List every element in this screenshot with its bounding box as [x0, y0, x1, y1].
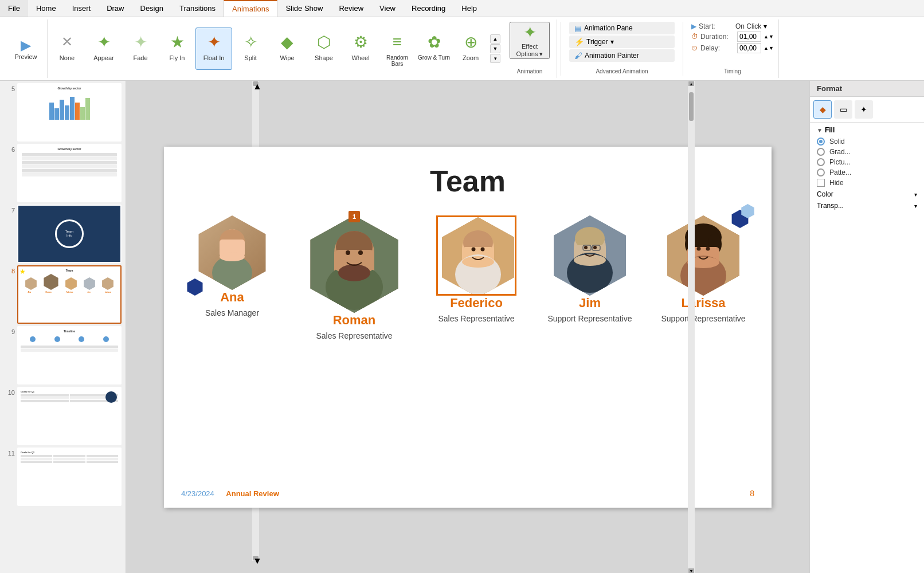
delay-spinner-icon[interactable]: ▲▼ — [764, 45, 774, 51]
anim-random-bars[interactable]: ≡ Random Bars — [379, 28, 416, 70]
anim-split[interactable]: ✧ Split — [232, 28, 269, 70]
slide-thumb-9[interactable]: 9 Timeline — [2, 326, 123, 384]
slides-panel[interactable]: 5 Growth by sector — [0, 81, 126, 573]
tab-home[interactable]: Home — [28, 0, 64, 17]
animation-painter-button[interactable]: 🖌 Animation Painter — [569, 49, 675, 62]
color-row[interactable]: Color ▾ — [817, 190, 917, 198]
anim-zoom[interactable]: ⊕ Zoom — [452, 28, 489, 70]
transparency-row[interactable]: Transp... ▾ — [817, 202, 917, 210]
scroll-more-btn[interactable]: ▾ — [490, 54, 500, 63]
format-panel-header: Format — [810, 81, 924, 97]
fill-pattern-row: Patte... — [817, 168, 917, 176]
animation-pane-label: Animation Pane — [584, 24, 633, 32]
fill-gradient-radio[interactable] — [817, 148, 825, 156]
ribbon: File Home Insert Draw Design Transitions… — [0, 0, 924, 81]
trigger-button[interactable]: ⚡ Trigger ▾ — [569, 36, 675, 48]
tab-help[interactable]: Help — [453, 0, 485, 17]
start-dropdown-icon[interactable]: ▾ — [764, 22, 767, 30]
slide-thumb-11[interactable]: 11 Goals for Q2 — [2, 448, 123, 506]
slide-num-8: 8 — [2, 265, 15, 274]
delay-input[interactable] — [737, 43, 761, 53]
preview-label: Preview — [14, 53, 37, 60]
slide-thumb-8[interactable]: 8 Team Ana Roman Federico Ji — [2, 265, 123, 324]
slide-thumb-6[interactable]: 6 Growth by sector — [2, 144, 123, 202]
footer-date: 4/23/2024 — [181, 489, 214, 498]
animation-group: ✕ None ✦ Appear ✦ Fade ★ Fly In ✦ Floa — [49, 19, 502, 78]
effect-options-button[interactable]: ✦ EffectOptions ▾ — [510, 22, 550, 59]
fill-pattern-radio[interactable] — [817, 168, 825, 176]
scroll-down-arrow[interactable]: ▼ — [253, 556, 259, 560]
federico-name: Federico — [450, 296, 503, 311]
animation-list: ✕ None ✦ Appear ✦ Fade ★ Fly In ✦ Floa — [49, 28, 489, 70]
anim-none[interactable]: ✕ None — [49, 28, 85, 70]
member-federico: Federico Sales Representative — [428, 215, 525, 323]
slide-img-9[interactable]: Timeline — [17, 326, 122, 384]
slide-img-7[interactable]: TeamInfo — [17, 205, 122, 263]
tab-insert[interactable]: Insert — [64, 0, 99, 17]
slide-thumb-5[interactable]: 5 Growth by sector — [2, 83, 123, 142]
vscroll-thumb[interactable] — [689, 92, 694, 121]
animation-badge: 1 — [349, 211, 360, 222]
fill-solid-radio[interactable] — [817, 138, 825, 146]
anim-shape[interactable]: ⬡ Shape — [306, 28, 342, 70]
scroll-down-btn[interactable]: ▼ — [490, 44, 500, 53]
fill-hide-checkbox[interactable] — [817, 179, 825, 187]
vscroll-up[interactable]: ▲ — [688, 81, 694, 86]
anim-fade[interactable]: ✦ Fade — [122, 28, 159, 70]
tab-design[interactable]: Design — [132, 0, 171, 17]
tab-transitions[interactable]: Transitions — [171, 0, 224, 17]
tab-view[interactable]: View — [371, 0, 404, 17]
duration-input[interactable] — [737, 32, 761, 42]
tab-animations[interactable]: Animations — [224, 0, 277, 17]
scroll-up-arrow[interactable]: ▲ — [253, 81, 259, 86]
format-line-icon-btn[interactable]: ▭ — [834, 100, 852, 119]
member-larissa: Larissa Support Representative — [655, 215, 752, 323]
scroll-up-btn[interactable]: ▲ — [490, 34, 500, 44]
tab-recording[interactable]: Recording — [404, 0, 453, 17]
color-dropdown-icon[interactable]: ▾ — [914, 191, 917, 198]
slide-thumb-7[interactable]: 7 TeamInfo — [2, 205, 123, 263]
random-bars-icon: ≡ — [386, 30, 409, 53]
anim-fly-in[interactable]: ★ Fly In — [159, 28, 195, 70]
anim-wipe[interactable]: ◆ Wipe — [269, 28, 306, 70]
slide-img-8[interactable]: Team Ana Roman Federico Jim Larissa — [17, 265, 122, 324]
tab-file[interactable]: File — [0, 0, 28, 17]
fill-solid-label: Solid — [829, 138, 845, 146]
slide-img-6[interactable]: Growth by sector — [17, 144, 122, 202]
vscroll-down[interactable]: ▼ — [688, 568, 694, 573]
advanced-animation-label: Advanced Animation — [569, 68, 675, 76]
jim-hexagon — [550, 215, 630, 296]
slide-thumb-10[interactable]: 10 Goals for Q1 — [2, 387, 123, 445]
anim-grow-turn[interactable]: ✿ Grow & Turn — [416, 28, 452, 70]
duration-spinner-icon[interactable]: ▲▼ — [764, 34, 774, 40]
slide-img-5[interactable]: Growth by sector — [17, 83, 122, 142]
footer-event: Annual Review — [226, 489, 279, 498]
tab-slideshow[interactable]: Slide Show — [277, 0, 331, 17]
slide-num-7: 7 — [2, 205, 15, 214]
anim-appear[interactable]: ✦ Appear — [85, 28, 122, 70]
slide-img-11[interactable]: Goals for Q2 — [17, 448, 122, 506]
delay-icon: ⏲ — [691, 44, 698, 52]
format-effects-icon-btn[interactable]: ✦ — [855, 100, 873, 119]
anim-wheel[interactable]: ⚙ Wheel — [342, 28, 379, 70]
canvas-right-scrollbar[interactable]: ▲ ▼ — [688, 81, 695, 573]
delay-label: Delay: — [700, 44, 735, 52]
tab-review[interactable]: Review — [331, 0, 371, 17]
format-fill-icon-btn[interactable]: ◆ — [813, 100, 832, 119]
tab-draw[interactable]: Draw — [99, 0, 132, 17]
duration-row: ⏱ Duration: ▲▼ — [691, 32, 774, 42]
fill-section-header[interactable]: ▼ Fill — [817, 126, 917, 134]
float-in-label: Float In — [203, 54, 225, 61]
animation-pane-button[interactable]: ▤ Animation Pane — [569, 22, 675, 34]
slide-img-10[interactable]: Goals for Q1 — [17, 387, 122, 445]
slide-num-10: 10 — [2, 387, 15, 396]
slide-num-5: 5 — [2, 83, 15, 92]
transparency-dropdown-icon[interactable]: ▾ — [914, 203, 917, 209]
fill-picture-radio[interactable] — [817, 158, 825, 166]
fill-hide-label: Hide — [829, 179, 844, 187]
appear-label: Appear — [93, 54, 113, 61]
zoom-icon: ⊕ — [459, 30, 482, 53]
anim-float-in[interactable]: ✦ Float In — [195, 28, 232, 70]
preview-button[interactable]: ▶ Preview — [11, 37, 40, 60]
ribbon-tab-bar: File Home Insert Draw Design Transitions… — [0, 0, 924, 17]
